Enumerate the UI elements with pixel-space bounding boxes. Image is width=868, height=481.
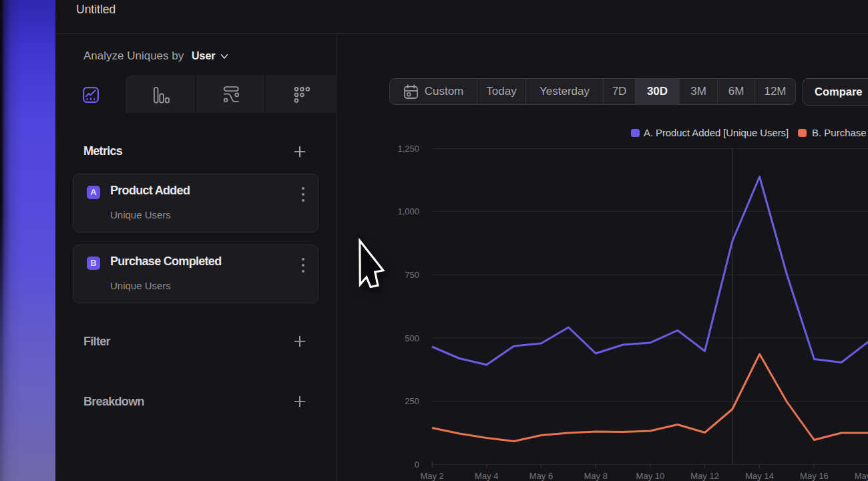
svg-text:May 8: May 8 — [584, 471, 607, 481]
svg-text:250: 250 — [405, 396, 419, 406]
svg-text:May 14: May 14 — [745, 471, 774, 481]
svg-text:1,000: 1,000 — [397, 206, 419, 216]
svg-text:1,250: 1,250 — [397, 144, 419, 154]
svg-text:May 12: May 12 — [690, 471, 719, 481]
svg-text:May 2: May 2 — [420, 471, 443, 481]
svg-text:750: 750 — [405, 270, 419, 280]
svg-text:May 10: May 10 — [636, 471, 665, 481]
svg-text:500: 500 — [405, 333, 419, 343]
svg-text:May 16: May 16 — [800, 471, 829, 481]
svg-text:0: 0 — [415, 460, 419, 470]
svg-text:May 18: May 18 — [855, 471, 868, 481]
svg-text:May 6: May 6 — [529, 471, 553, 481]
svg-text:May 4: May 4 — [475, 471, 498, 481]
